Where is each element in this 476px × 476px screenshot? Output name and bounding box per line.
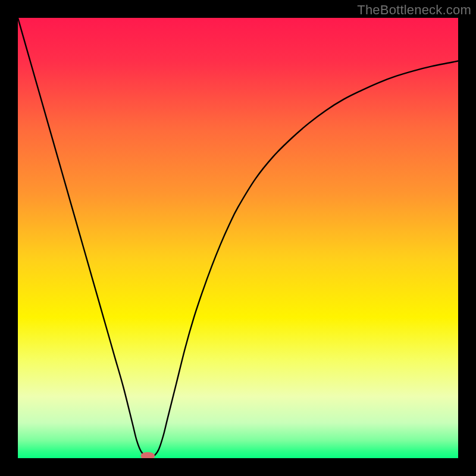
watermark-text: TheBottleneck.com — [357, 2, 471, 18]
chart-svg — [18, 18, 458, 458]
plot-area — [18, 18, 458, 458]
gradient-background — [18, 18, 458, 458]
chart-frame: TheBottleneck.com — [0, 0, 476, 476]
